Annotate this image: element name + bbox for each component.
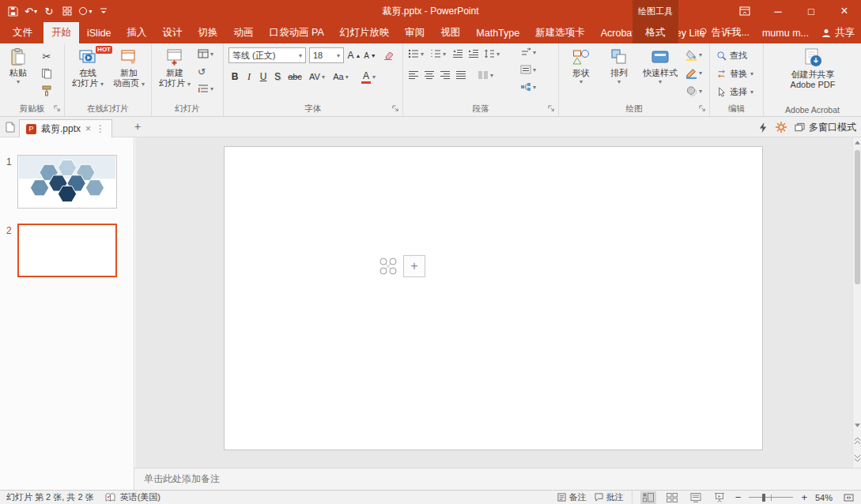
- clipboard-dialog-launcher[interactable]: [53, 104, 62, 113]
- tab-transitions[interactable]: 切换: [191, 22, 226, 43]
- tab-insert[interactable]: 插入: [119, 22, 155, 43]
- strikethrough-button[interactable]: abc: [285, 69, 304, 85]
- customize-qat-button[interactable]: [96, 2, 111, 20]
- notes-toggle-button[interactable]: 备注: [557, 491, 587, 503]
- underline-button[interactable]: U: [257, 69, 270, 85]
- slideshow-from-start-button[interactable]: [59, 2, 75, 20]
- decrease-indent-button[interactable]: [452, 49, 463, 58]
- draw-mode-button[interactable]: ▾: [77, 2, 93, 20]
- boost-button[interactable]: [759, 122, 768, 133]
- language-indicator[interactable]: 英语(美国): [120, 491, 160, 503]
- find-button[interactable]: 查找: [716, 50, 747, 62]
- create-share-pdf-button[interactable]: 创建并共享 Adobe PDF: [784, 46, 841, 90]
- reading-view-button[interactable]: [688, 491, 704, 504]
- tab-close-icon[interactable]: ×: [85, 123, 91, 134]
- align-text-button[interactable]: ▾: [520, 65, 536, 74]
- font-dialog-launcher[interactable]: [391, 104, 400, 113]
- document-tab-active[interactable]: P 裁剪.pptx × ⋮: [19, 119, 112, 137]
- ribbon-display-options-button[interactable]: [728, 0, 761, 22]
- tab-review[interactable]: 审阅: [397, 22, 432, 43]
- bullets-button[interactable]: ▾: [408, 49, 424, 58]
- tab-pocket-animation[interactable]: 口袋动画 PA: [262, 22, 332, 43]
- bold-button[interactable]: B: [228, 69, 241, 85]
- notes-pane[interactable]: 单击此处添加备注: [134, 468, 861, 490]
- convert-smartart-button[interactable]: ▾: [520, 82, 536, 92]
- replace-button[interactable]: 替换 ▾: [716, 68, 753, 80]
- add-content-button[interactable]: +: [403, 255, 425, 277]
- share-button[interactable]: 共享: [821, 26, 855, 39]
- scroll-up-button[interactable]: [853, 137, 861, 148]
- plugin-settings-button[interactable]: [776, 122, 787, 133]
- title-bar[interactable]: ↶▾ ↻ ▾ 裁剪.pptx - PowerPoint 绘图工具 ─ □ ×: [0, 0, 861, 22]
- shape-effects-button[interactable]: ▾: [685, 85, 702, 97]
- increase-indent-button[interactable]: [468, 49, 479, 58]
- vertical-scrollbar[interactable]: [852, 137, 861, 468]
- shapes-button[interactable]: 形状 ▾: [564, 46, 599, 85]
- tab-format-contextual[interactable]: 格式: [633, 22, 678, 43]
- tab-slideshow[interactable]: 幻灯片放映: [332, 22, 398, 43]
- multi-window-mode-button[interactable]: 多窗口模式: [795, 121, 856, 134]
- layout-button[interactable]: ▾: [198, 49, 213, 58]
- close-button[interactable]: ×: [828, 0, 861, 22]
- tab-view[interactable]: 视图: [432, 22, 468, 43]
- line-spacing-button[interactable]: ▾: [484, 49, 500, 58]
- align-right-button[interactable]: [440, 70, 451, 80]
- text-shadow-button[interactable]: S: [271, 69, 284, 85]
- paste-button[interactable]: 粘贴 ▾: [3, 46, 33, 85]
- format-painter-button[interactable]: [38, 83, 55, 99]
- text-direction-button[interactable]: ▾: [520, 47, 536, 57]
- clear-formatting-button[interactable]: [380, 47, 396, 63]
- account-name[interactable]: mumu m...: [762, 28, 809, 39]
- zoom-slider[interactable]: [749, 491, 793, 504]
- minimize-button[interactable]: ─: [761, 0, 795, 22]
- tab-design[interactable]: 设计: [155, 22, 191, 43]
- columns-button[interactable]: ▾: [478, 70, 493, 80]
- thumbnail-slide-2[interactable]: [17, 224, 117, 277]
- zoom-out-button[interactable]: −: [735, 491, 742, 503]
- fit-slide-to-window-button[interactable]: [840, 491, 856, 504]
- justify-button[interactable]: [455, 70, 466, 80]
- undo-button[interactable]: ↶▾: [23, 2, 39, 20]
- quick-styles-button[interactable]: 快速样式 ▾: [640, 46, 681, 85]
- align-center-button[interactable]: [424, 70, 435, 80]
- thumbnail-slide-1[interactable]: [17, 155, 117, 209]
- new-document-tab-button[interactable]: +: [134, 120, 141, 133]
- tab-mathtype[interactable]: MathType: [468, 22, 527, 43]
- reset-slide-button[interactable]: ↺: [198, 66, 206, 77]
- online-slides-button[interactable]: HOT 在线 幻灯片 ▾: [68, 46, 108, 88]
- italic-button[interactable]: I: [243, 69, 255, 85]
- tab-menu-icon[interactable]: ⋮: [96, 123, 105, 134]
- tab-animations[interactable]: 动画: [226, 22, 262, 43]
- tab-file[interactable]: 文件: [2, 22, 43, 43]
- save-button[interactable]: [5, 2, 21, 20]
- next-slide-button[interactable]: [853, 450, 861, 466]
- select-button[interactable]: 选择 ▾: [716, 86, 753, 98]
- font-size-combo[interactable]: 18 ▾: [309, 47, 344, 63]
- arrange-button[interactable]: 排列 ▾: [602, 46, 636, 85]
- increase-font-button[interactable]: A▲: [347, 47, 361, 63]
- redo-button[interactable]: ↻: [41, 2, 57, 20]
- slideshow-view-button[interactable]: [712, 491, 727, 504]
- cut-button[interactable]: ✂: [38, 48, 55, 64]
- tab-islide[interactable]: iSlide: [79, 22, 119, 43]
- drawing-dialog-launcher[interactable]: [698, 104, 707, 113]
- copy-button[interactable]: [38, 66, 55, 81]
- new-slide-button[interactable]: 新建 幻灯片 ▾: [155, 46, 194, 88]
- font-name-combo[interactable]: 等线 (正文) ▾: [228, 47, 306, 63]
- slide-editor-area[interactable]: +: [135, 137, 852, 468]
- character-spacing-button[interactable]: AV▾: [306, 69, 328, 85]
- shape-outline-button[interactable]: ▾: [685, 67, 702, 79]
- change-case-button[interactable]: Aa▾: [330, 69, 352, 85]
- group-objects-icon[interactable]: [378, 256, 398, 276]
- comments-toggle-button[interactable]: 批注: [595, 491, 624, 503]
- tab-new-tab[interactable]: 新建选项卡: [527, 22, 593, 43]
- normal-view-button[interactable]: [640, 491, 656, 504]
- maximize-button[interactable]: □: [795, 0, 828, 22]
- paragraph-dialog-launcher[interactable]: [547, 104, 556, 113]
- slide-canvas[interactable]: +: [224, 146, 763, 450]
- align-left-button[interactable]: [408, 70, 419, 80]
- scroll-down-button[interactable]: [853, 420, 861, 431]
- shape-fill-button[interactable]: ▾: [685, 49, 702, 61]
- previous-slide-button[interactable]: [853, 433, 861, 449]
- section-button[interactable]: ▾: [198, 84, 213, 93]
